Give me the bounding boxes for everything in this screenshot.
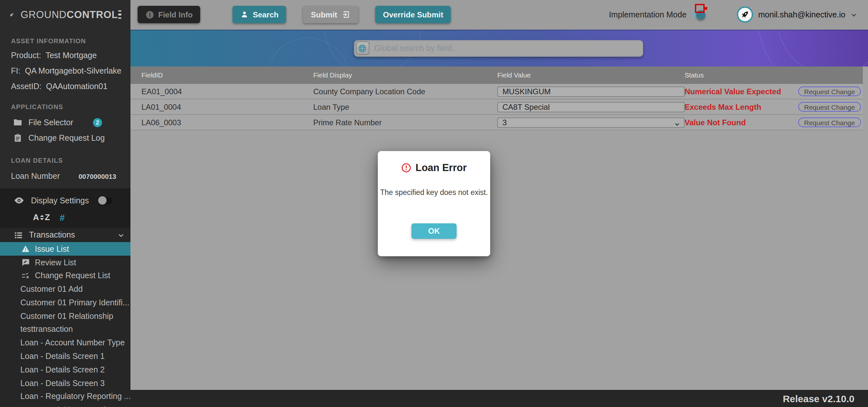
transactions-group-header[interactable]: Transactions xyxy=(0,228,130,242)
dialog-title: Loan Error xyxy=(415,162,467,174)
app-window: GROUNDCONTROL ASSET INFORMATION Product:… xyxy=(0,0,868,407)
sidebar-item-file-selector[interactable]: File Selector 2 xyxy=(0,116,130,129)
exit-to-app-icon xyxy=(341,10,351,20)
status-text: Value Not Found xyxy=(685,118,746,127)
sidebar-item-issue-list[interactable]: Issue List xyxy=(0,242,130,256)
column-header-field-value: Field Value xyxy=(497,71,685,79)
request-change-button[interactable]: Request Change xyxy=(798,102,861,112)
loan-error-dialog: Loan Error The specified key does not ex… xyxy=(378,151,490,256)
loan-number-row: Loan Number 0070000013 xyxy=(11,172,120,181)
table-row: LA06_0003 Prime Rate Number Value Not Fo… xyxy=(130,115,863,130)
section-applications: APPLICATIONS xyxy=(11,103,130,111)
sidebar-item-loan-variable-rate-info[interactable]: Loan - Variable Rate Info De... xyxy=(0,403,130,407)
info-icon xyxy=(145,10,154,19)
submit-button[interactable]: Submit xyxy=(303,6,359,24)
display-settings-label: Display Settings xyxy=(31,196,89,205)
sidebar-item-customer-01-add[interactable]: Customer 01 Add xyxy=(0,282,130,296)
display-settings-toggle[interactable] xyxy=(98,196,113,205)
field-value-input[interactable] xyxy=(497,86,685,96)
user-email: monil.shah@kinective.io xyxy=(758,10,845,19)
globe-icon[interactable] xyxy=(355,42,369,55)
override-submit-button[interactable]: Override Submit xyxy=(375,6,451,24)
brand-title: GROUNDCONTROL xyxy=(21,9,118,20)
rule-icon xyxy=(21,272,30,280)
asset-fi-row: FI:QA Mortgagebot-Silverlake xyxy=(11,66,130,75)
field-value-select[interactable] xyxy=(497,117,685,127)
sidebar-item-change-request-list[interactable]: Change Request List xyxy=(0,269,130,283)
global-search-input[interactable] xyxy=(374,44,643,53)
field-value-input[interactable] xyxy=(497,102,685,112)
sort-alpha-icon[interactable]: AZ xyxy=(33,213,50,222)
gradient-banner xyxy=(130,29,868,66)
top-toolbar: Field Info Search Submit Override Submit… xyxy=(130,0,868,29)
cell-field-id: LA01_0004 xyxy=(130,102,313,111)
dialog-title-row: Loan Error xyxy=(401,162,467,174)
file-selector-badge: 2 xyxy=(93,118,102,127)
clipboard-icon xyxy=(13,133,23,143)
asset-product-row: Product:Test Mortgage xyxy=(11,51,130,60)
content-background xyxy=(130,130,868,389)
implementation-mode-label: Implementation Mode xyxy=(609,10,686,19)
table-row: LA01_0004 Loan Type Exceeds Max Length R… xyxy=(130,99,863,115)
ok-button[interactable]: OK xyxy=(411,223,457,239)
sidebar-item-change-request-log[interactable]: Change Request Log xyxy=(0,132,130,145)
status-text: Exceeds Max Length xyxy=(685,102,761,111)
cell-field-display: Prime Rate Number xyxy=(313,118,497,127)
sidebar-item-loan-details-screen-3[interactable]: Loan - Details Screen 3 xyxy=(0,377,130,390)
footer: Release v2.10.0 xyxy=(130,389,868,407)
request-change-button[interactable]: Request Change xyxy=(798,118,861,127)
loan-number-value: 0070000013 xyxy=(79,173,116,180)
section-asset-information: ASSET INFORMATION xyxy=(11,37,130,44)
sidebar-item-loan-details-screen-1[interactable]: Loan - Details Screen 1 xyxy=(0,349,130,363)
column-header-field-display: Field Display xyxy=(313,71,497,79)
toolbar-right-cluster: Implementation Mode monil.shah xyxy=(609,6,858,24)
column-header-status: Status xyxy=(685,71,798,79)
table-row: EA01_0004 County Company Location Code N… xyxy=(130,84,863,99)
hamburger-menu-icon[interactable] xyxy=(118,10,121,19)
warning-icon xyxy=(21,245,30,253)
rocket-avatar-icon xyxy=(740,10,750,20)
implementation-mode-toggle[interactable] xyxy=(692,6,711,24)
person-icon xyxy=(241,11,249,19)
status-text: Numerical Value Expected xyxy=(685,87,781,96)
search-button[interactable]: Search xyxy=(233,6,286,24)
error-outline-icon xyxy=(401,163,412,173)
user-avatar[interactable] xyxy=(737,7,753,23)
chevron-down-icon[interactable] xyxy=(118,231,125,239)
sort-numeric-icon[interactable]: # xyxy=(60,212,65,223)
request-change-button[interactable]: Request Change xyxy=(798,87,861,96)
sidebar-item-loan-details-screen-2[interactable]: Loan - Details Screen 2 xyxy=(0,363,130,377)
sidebar-item-review-list[interactable]: Review List xyxy=(0,256,130,269)
folder-icon xyxy=(13,118,23,127)
table-header-row: FieldID Field Display Field Value Status xyxy=(130,66,863,84)
sidebar-item-testtransaction[interactable]: testtransaction xyxy=(0,323,130,336)
field-info-button[interactable]: Field Info xyxy=(137,6,200,24)
sidebar-item-loan-account-number-type[interactable]: Loan - Account Number Type xyxy=(0,336,130,350)
decorative-arc xyxy=(758,29,868,66)
sidebar-item-customer-01-relationship[interactable]: Customer 01 Relationship xyxy=(0,310,130,323)
transactions-section: Transactions Issue List Review List xyxy=(0,228,130,407)
rocket-logo-icon xyxy=(9,6,14,23)
display-settings-block: Display Settings AZ # xyxy=(0,188,130,228)
annotation-red-box xyxy=(695,4,705,13)
user-menu-chevron-down-icon[interactable] xyxy=(850,11,858,19)
rate-review-icon xyxy=(21,258,30,267)
cell-field-display: County Company Location Code xyxy=(313,87,497,96)
column-header-fieldid: FieldID xyxy=(130,71,313,79)
issue-table: FieldID Field Display Field Value Status… xyxy=(130,66,863,130)
list-icon xyxy=(13,230,23,240)
cell-field-id: EA01_0004 xyxy=(130,87,313,96)
sidebar: GROUNDCONTROL ASSET INFORMATION Product:… xyxy=(0,0,130,407)
main-area: Field Info Search Submit Override Submit… xyxy=(130,0,868,407)
global-search-bar xyxy=(354,40,643,57)
annotation-red-tab xyxy=(705,7,707,10)
cell-field-id: LA06_0003 xyxy=(130,118,313,127)
dialog-message: The specified key does not exist. xyxy=(380,188,488,196)
cell-field-display: Loan Type xyxy=(313,102,497,111)
sidebar-item-loan-regulatory-reporting[interactable]: Loan - Regulatory Reporting ... xyxy=(0,390,130,403)
sidebar-item-customer-01-primary-identification[interactable]: Customer 01 Primary Identifi... xyxy=(0,296,130,310)
section-loan-details: LOAN DETAILS xyxy=(11,157,130,164)
eye-icon xyxy=(13,195,25,206)
brand-header: GROUNDCONTROL xyxy=(0,0,130,29)
release-version: Release v2.10.0 xyxy=(783,393,855,404)
